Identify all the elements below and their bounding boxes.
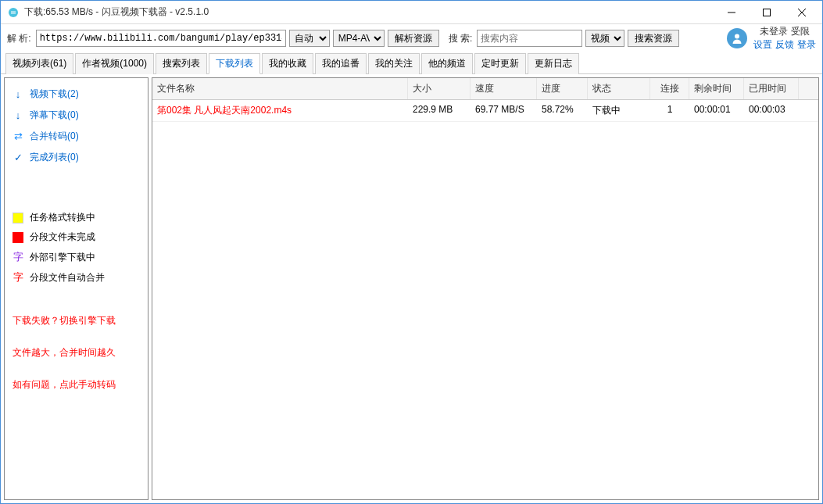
table-header: 文件名称 大小 速度 进度 状态 连接 剩余时间 已用时间 [152, 78, 818, 100]
sidebar-icon: ↓ [13, 109, 23, 121]
window-title: 下载:65.53 MB/s - 闪豆视频下载器 - v2.5.1.0 [24, 5, 714, 19]
sidebar-item-label: 弹幕下载(0) [30, 109, 79, 122]
col-header-remain[interactable]: 剩余时间 [689, 78, 744, 99]
user-status: 未登录 受限 [760, 25, 809, 38]
col-header-progress[interactable]: 进度 [537, 78, 588, 99]
search-input[interactable] [477, 30, 582, 47]
cell-used: 00:00:03 [744, 100, 799, 121]
format-select[interactable]: MP4-AVC [333, 30, 385, 47]
content: ↓视频下载(2)↓弹幕下载(0)⇄合并转码(0)✓完成列表(0)任务格式转换中分… [1, 74, 822, 503]
cell-speed: 69.77 MB/S [471, 100, 537, 121]
download-table: 文件名称 大小 速度 进度 状态 连接 剩余时间 已用时间 第002集 凡人风起… [152, 77, 819, 500]
tabbar: 视频列表(61)作者视频(1000)搜索列表下载列表我的收藏我的追番我的关注他的… [1, 52, 822, 74]
tab-3[interactable]: 下载列表 [209, 53, 260, 74]
search-label: 搜 索: [449, 32, 473, 45]
login-link[interactable]: 登录 [797, 38, 816, 52]
tab-2[interactable]: 搜索列表 [156, 53, 207, 74]
legend-icon [13, 213, 23, 223]
legend-item-0: 任务格式转换中 [5, 208, 148, 227]
table-body: 第002集 凡人风起天南2002.m4s229.9 MB69.77 MB/S58… [152, 100, 818, 499]
app-window: 下载:65.53 MB/s - 闪豆视频下载器 - v2.5.1.0 解 析: … [0, 0, 823, 504]
search-type-select[interactable]: 视频 [585, 30, 624, 47]
col-header-used[interactable]: 已用时间 [744, 78, 799, 99]
cell-conn: 1 [650, 100, 689, 121]
col-header-size[interactable]: 大小 [408, 78, 471, 99]
legend-label: 分段文件自动合并 [30, 271, 105, 284]
sidebar-item-label: 合并转码(0) [30, 130, 79, 143]
user-area: 未登录 受限 设置 反馈 登录 [727, 25, 816, 52]
legend-label: 任务格式转换中 [30, 211, 95, 224]
col-header-conn[interactable]: 连接 [650, 78, 689, 99]
toolbar: 解 析: 自动 MP4-AVC 解析资源 搜 索: 视频 搜索资源 未登录 受限… [1, 24, 822, 52]
parse-label: 解 析: [7, 32, 31, 45]
legend-icon: 字 [13, 270, 23, 284]
tab-7[interactable]: 他的频道 [421, 53, 473, 74]
url-input[interactable] [36, 30, 286, 47]
auto-select[interactable]: 自动 [289, 30, 330, 47]
tab-6[interactable]: 我的关注 [368, 53, 420, 74]
close-button[interactable] [784, 2, 819, 23]
help-link-0[interactable]: 下载失败？切换引擎下载 [5, 313, 148, 329]
svg-rect-2 [763, 9, 770, 16]
svg-point-5 [735, 34, 739, 39]
app-icon [7, 6, 20, 19]
sidebar-item-label: 视频下载(2) [30, 88, 79, 101]
settings-link[interactable]: 设置 [753, 38, 772, 52]
legend-icon: 字 [13, 250, 23, 264]
titlebar: 下载:65.53 MB/s - 闪豆视频下载器 - v2.5.1.0 [1, 1, 822, 24]
search-button[interactable]: 搜索资源 [628, 30, 679, 47]
tab-4[interactable]: 我的收藏 [262, 53, 313, 74]
avatar[interactable] [727, 28, 747, 48]
cell-name: 第002集 凡人风起天南2002.m4s [152, 100, 408, 121]
sidebar-item-label: 完成列表(0) [30, 151, 79, 164]
sidebar-item-2[interactable]: ⇄合并转码(0) [5, 127, 148, 146]
parse-button[interactable]: 解析资源 [388, 30, 439, 47]
feedback-link[interactable]: 反馈 [775, 38, 794, 52]
col-header-name[interactable]: 文件名称 [152, 78, 408, 99]
legend-icon [13, 232, 23, 243]
sidebar-icon: ⇄ [13, 130, 23, 142]
sidebar-icon: ↓ [13, 88, 23, 100]
minimize-button[interactable] [714, 2, 749, 23]
legend-item-1: 分段文件未完成 [5, 227, 148, 247]
tab-9[interactable]: 更新日志 [528, 53, 579, 74]
cell-remain: 00:00:01 [689, 100, 744, 121]
legend-item-3: 字分段文件自动合并 [5, 267, 148, 288]
tab-1[interactable]: 作者视频(1000) [75, 53, 154, 74]
help-link-2[interactable]: 如有问题，点此手动转码 [5, 377, 148, 393]
tab-5[interactable]: 我的追番 [315, 53, 367, 74]
tab-8[interactable]: 定时更新 [474, 53, 526, 74]
sidebar: ↓视频下载(2)↓弹幕下载(0)⇄合并转码(0)✓完成列表(0)任务格式转换中分… [4, 77, 148, 500]
cell-status: 下载中 [588, 100, 650, 121]
tab-0[interactable]: 视频列表(61) [5, 53, 73, 74]
sidebar-item-3[interactable]: ✓完成列表(0) [5, 148, 148, 167]
cell-progress: 58.72% [537, 100, 588, 121]
col-header-status[interactable]: 状态 [588, 78, 650, 99]
legend-item-2: 字外部引擎下载中 [5, 247, 148, 267]
window-controls [714, 2, 819, 23]
table-row[interactable]: 第002集 凡人风起天南2002.m4s229.9 MB69.77 MB/S58… [152, 100, 818, 122]
cell-size: 229.9 MB [408, 100, 471, 121]
maximize-button[interactable] [749, 2, 784, 23]
sidebar-icon: ✓ [13, 152, 23, 163]
col-header-speed[interactable]: 速度 [471, 78, 537, 99]
help-link-1[interactable]: 文件越大，合并时间越久 [5, 345, 148, 361]
legend-label: 分段文件未完成 [30, 231, 95, 244]
sidebar-item-0[interactable]: ↓视频下载(2) [5, 84, 148, 104]
legend-label: 外部引擎下载中 [30, 251, 95, 264]
svg-point-0 [9, 8, 18, 17]
sidebar-item-1[interactable]: ↓弹幕下载(0) [5, 105, 148, 125]
